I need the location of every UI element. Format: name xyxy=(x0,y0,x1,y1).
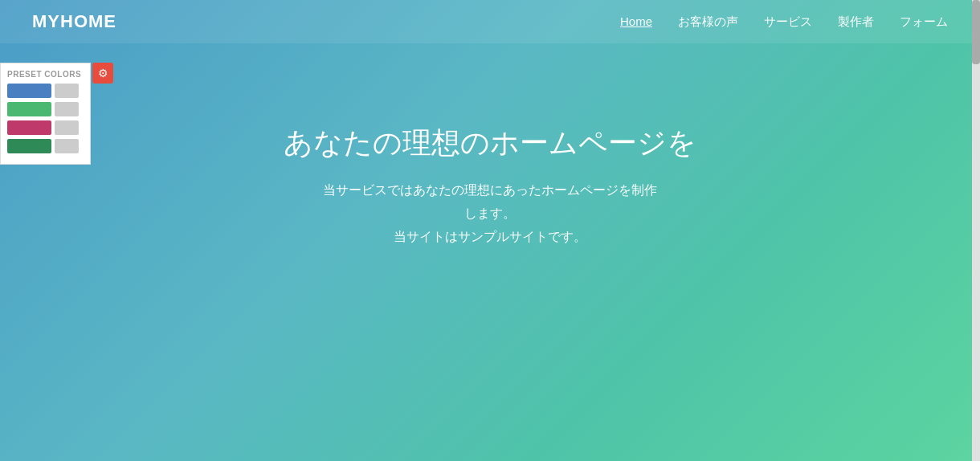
gear-icon: ⚙ xyxy=(98,67,108,80)
color-swatch-1-right[interactable] xyxy=(55,84,79,98)
preset-colors-panel: PRESET COLORS xyxy=(0,63,91,165)
color-swatch-4-left[interactable] xyxy=(7,139,51,153)
nav-item-services[interactable]: サービス xyxy=(764,14,812,30)
scrollbar[interactable] xyxy=(972,0,980,461)
hero-desc-line2: します。 xyxy=(464,206,516,220)
color-swatch-3-left[interactable] xyxy=(7,120,51,135)
color-swatch-3-right[interactable] xyxy=(55,120,79,135)
scrollbar-thumb[interactable] xyxy=(972,0,980,64)
nav-link-form[interactable]: フォーム xyxy=(900,14,948,28)
nav-link-services[interactable]: サービス xyxy=(764,14,812,28)
hero-desc-line3: 当サイトはサンプルサイトです。 xyxy=(394,230,586,243)
nav-item-author[interactable]: 製作者 xyxy=(838,14,874,30)
hero-section: あなたの理想のホームページを 当サービスではあなたの理想にあったホームページを制… xyxy=(0,43,980,248)
color-row-2 xyxy=(7,102,84,116)
nav-item-reviews[interactable]: お客様の声 xyxy=(678,14,738,30)
color-swatch-4-right[interactable] xyxy=(55,139,79,153)
navbar: MYHOME Home お客様の声 サービス 製作者 フォーム xyxy=(0,0,980,43)
brand-name[interactable]: MYHOME xyxy=(32,11,116,32)
main-background: MYHOME Home お客様の声 サービス 製作者 フォーム あなたの理想のホ… xyxy=(0,0,980,461)
nav-item-form[interactable]: フォーム xyxy=(900,14,948,30)
color-swatch-2-right[interactable] xyxy=(55,102,79,116)
color-swatch-2-left[interactable] xyxy=(7,102,51,116)
nav-link-author[interactable]: 製作者 xyxy=(838,14,874,28)
color-row-3 xyxy=(7,120,84,135)
hero-description: 当サービスではあなたの理想にあったホームページを制作 します。 当サイトはサンプ… xyxy=(323,179,657,248)
color-swatch-1-left[interactable] xyxy=(7,84,51,98)
nav-item-home[interactable]: Home xyxy=(620,14,652,30)
color-row-4 xyxy=(7,139,84,153)
nav-link-reviews[interactable]: お客様の声 xyxy=(678,14,738,28)
nav-links: Home お客様の声 サービス 製作者 フォーム xyxy=(620,14,948,30)
hero-title: あなたの理想のホームページを xyxy=(284,124,696,163)
hero-desc-line1: 当サービスではあなたの理想にあったホームページを制作 xyxy=(323,183,657,197)
gear-settings-button[interactable]: ⚙ xyxy=(92,63,113,84)
color-row-1 xyxy=(7,84,84,98)
preset-colors-label: PRESET COLORS xyxy=(7,70,84,79)
nav-link-home[interactable]: Home xyxy=(620,14,652,28)
